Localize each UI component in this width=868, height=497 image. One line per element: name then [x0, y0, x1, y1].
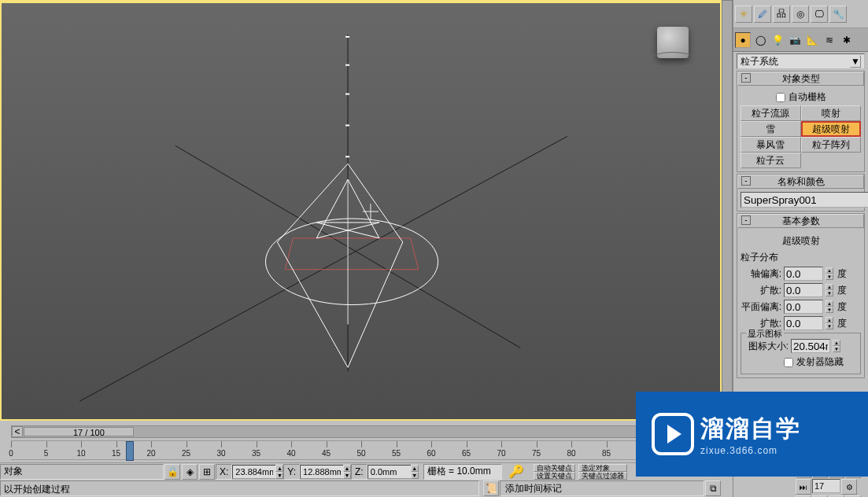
x-spinner[interactable]: ▲▼ [275, 465, 283, 479]
modify-tab-icon[interactable]: 🖉 [754, 6, 771, 23]
autogrid-checkbox[interactable] [776, 93, 785, 102]
geometry-icon[interactable]: ● [735, 32, 751, 48]
main-toolbar: ✳ 🖉 品 ◎ 🖵 🔧 [733, 0, 868, 28]
display-tab-icon[interactable]: 🖵 [811, 6, 828, 23]
create-tab-icon[interactable]: ✳ [735, 6, 752, 23]
object-type-rollout: -对象类型 自动栅格 粒子流源 喷射 雪 超级喷射 暴风雪 粒子阵列 粒子云 [737, 71, 865, 172]
spread2-input[interactable] [784, 316, 823, 330]
spread1-input[interactable] [784, 283, 823, 297]
basic-params-header[interactable]: -基本参数 [737, 214, 864, 228]
statusbar-transform: 对象 🔒 ◈ ⊞ X: ▲▼ Y: ▲▼ Z: ▲▼ 栅格 = 10.0mm 🔑… [0, 462, 722, 480]
key-icon: 🔑 [508, 464, 524, 479]
watermark: 溜溜自学 zixue.3d66.com [636, 392, 868, 477]
shapes-icon[interactable]: ◯ [752, 32, 768, 48]
selection-count: 对象 [0, 464, 164, 480]
script-icon[interactable]: 📜 [483, 480, 499, 496]
icon-size-input[interactable] [791, 339, 830, 353]
lights-icon[interactable]: 💡 [770, 32, 785, 48]
z-input[interactable] [368, 465, 412, 479]
blizzard-button[interactable]: 暴风雪 [741, 137, 801, 153]
spacewarps-icon[interactable]: ≋ [822, 32, 837, 48]
viewport-scrollbar[interactable] [722, 0, 733, 421]
isolate-icon[interactable]: ◈ [182, 464, 198, 480]
timeline-ruler[interactable]: 0510152025303540455055606570758085909510… [11, 440, 711, 460]
subtitle: 超级喷射 [741, 234, 861, 248]
statusbar-prompt: 以开始创建过程 📜 添加时间标记 ⧉ [0, 480, 722, 497]
svg-rect-7 [345, 156, 349, 157]
axis-dev-input[interactable] [784, 267, 823, 281]
chevron-down-icon: ▼ [850, 55, 861, 68]
time-thumb[interactable]: 17 / 100 [24, 427, 134, 436]
object-name-input[interactable] [741, 192, 868, 208]
systems-icon[interactable]: ✱ [839, 32, 855, 48]
y-spinner[interactable]: ▲▼ [343, 465, 351, 479]
svg-line-0 [79, 136, 567, 401]
time-config-icon[interactable]: ⚙ [841, 479, 857, 495]
object-type-header[interactable]: -对象类型 [737, 72, 864, 86]
spray-button[interactable]: 喷射 [801, 105, 862, 121]
plane-dev-spinner[interactable]: ▲▼ [826, 300, 833, 313]
icon-size-spinner[interactable]: ▲▼ [833, 340, 840, 352]
viewport-wireframe [2, 3, 720, 419]
x-label: X: [216, 464, 232, 480]
viewcube[interactable] [641, 19, 704, 74]
grid-size: 栅格 = 10.0mm [423, 464, 502, 480]
svg-rect-3 [345, 36, 349, 38]
selkey-button[interactable]: 选定对象 [578, 464, 627, 472]
axis-dev-spinner[interactable]: ▲▼ [826, 267, 833, 280]
current-frame: 17 / 100 [73, 428, 105, 437]
setkey-button[interactable]: 设置关键点 [534, 472, 575, 480]
goto-end-icon[interactable]: ⏭ [796, 479, 811, 495]
z-label: Z: [351, 464, 368, 480]
name-color-header[interactable]: -名称和颜色 [737, 175, 864, 189]
watermark-url: zixue.3d66.com [700, 445, 801, 456]
time-slider[interactable]: < 17 / 100 > [11, 425, 711, 438]
pflow-button[interactable]: 粒子流源 [741, 105, 801, 121]
svg-rect-6 [345, 124, 349, 126]
cameras-icon[interactable]: 📷 [787, 32, 803, 48]
x-input[interactable] [232, 465, 276, 479]
emitter-hide-checkbox[interactable] [784, 358, 793, 367]
svg-rect-5 [345, 94, 349, 95]
category-value: 粒子系统 [741, 55, 778, 68]
frame-input[interactable]: 17 [812, 479, 840, 493]
time-prev[interactable]: < [12, 426, 23, 437]
basic-params-rollout: -基本参数 超级喷射 粒子分布 轴偏离: ▲▼ 度 扩散: ▲▼ 度 平面偏离:… [737, 213, 865, 378]
helpers-icon[interactable]: 📐 [804, 32, 820, 48]
superspray-button[interactable]: 超级喷射 [801, 121, 862, 137]
spread2-spinner[interactable]: ▲▼ [826, 317, 833, 329]
snow-button[interactable]: 雪 [741, 121, 801, 137]
spread1-spinner[interactable]: ▲▼ [826, 284, 833, 296]
category-dropdown[interactable]: 粒子系统 ▼ [737, 53, 865, 69]
svg-rect-4 [345, 64, 349, 66]
timeline-marker[interactable] [126, 441, 134, 461]
y-input[interactable] [300, 465, 344, 479]
plane-dev-input[interactable] [784, 300, 823, 314]
time-tag: 添加时间标记 [500, 480, 704, 496]
utilities-tab-icon[interactable]: 🔧 [829, 6, 847, 23]
lock-selection-icon[interactable]: 🔒 [164, 464, 180, 480]
z-spinner[interactable]: ▲▼ [411, 465, 419, 479]
watermark-title: 溜溜自学 [700, 413, 801, 445]
y-label: Y: [283, 464, 300, 480]
hierarchy-tab-icon[interactable]: 品 [773, 6, 790, 23]
pcloud-button[interactable]: 粒子云 [741, 153, 801, 168]
watermark-play-icon [652, 413, 694, 455]
transform-mode-icon[interactable]: ⊞ [199, 464, 215, 480]
create-subtoolbar: ● ◯ 💡 📷 📐 ≋ ✱ [733, 28, 868, 52]
viewport-perspective[interactable] [0, 0, 722, 421]
tag-icon[interactable]: ⧉ [705, 480, 721, 496]
keyfilter-button[interactable]: 关键点过滤器 [578, 472, 627, 480]
prompt-text: 以开始创建过程 [0, 480, 479, 496]
autokey-button[interactable]: 自动关键点 [534, 464, 575, 472]
distrib-label: 粒子分布 [741, 251, 861, 264]
motion-tab-icon[interactable]: ◎ [792, 6, 809, 23]
parray-button[interactable]: 粒子阵列 [801, 137, 862, 153]
name-color-rollout: -名称和颜色 [737, 174, 865, 212]
object-type-buttons: 粒子流源 喷射 雪 超级喷射 暴风雪 粒子阵列 粒子云 [741, 105, 861, 168]
